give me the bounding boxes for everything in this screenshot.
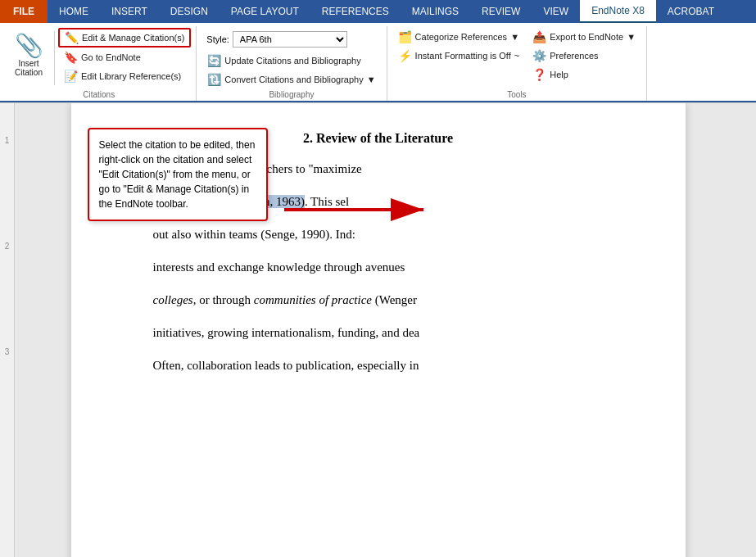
tab-acrobat[interactable]: ACROBAT	[656, 0, 726, 23]
help-label: Help	[550, 70, 568, 79]
preferences-button[interactable]: ⚙️ Preferences	[527, 47, 641, 65]
tab-mailings[interactable]: MAILINGS	[401, 0, 470, 23]
tab-references[interactable]: REFERENCES	[310, 0, 401, 23]
tab-design[interactable]: DESIGN	[159, 0, 220, 23]
doc-para-7: Often, collaboration leads to publicatio…	[120, 355, 636, 375]
citations-group-label: Citations	[7, 88, 191, 101]
instant-formatting-icon: ⚡	[398, 49, 412, 62]
instant-formatting-label: Instant Formatting is Off	[415, 51, 511, 61]
ruler-left: 1 2 3	[0, 103, 15, 557]
convert-arrow: ▼	[367, 75, 376, 84]
italic-colleges: colleges	[153, 293, 193, 306]
style-area: Style: APA 6th	[201, 28, 381, 51]
doc-para-4: interests and exchange knowledge through…	[120, 257, 636, 277]
convert-citations-button[interactable]: 🔃 Convert Citations and Bibliography ▼	[201, 70, 381, 88]
export-icon: 📤	[532, 30, 546, 43]
style-select[interactable]: APA 6th	[233, 31, 347, 48]
go-to-endnote-icon: 🔖	[64, 51, 78, 64]
edit-manage-label: Edit & Manage Citation(s)	[82, 33, 184, 43]
go-to-endnote-label: Go to EndNote	[81, 52, 141, 62]
callout-text: Select the citation to be edited, then r…	[99, 139, 256, 210]
preferences-icon: ⚙️	[532, 49, 546, 62]
instant-formatting-button[interactable]: ⚡ Instant Formatting is Off ~	[392, 47, 526, 65]
insert-citation-label: Insert Citation	[15, 59, 43, 77]
edit-library-label: Edit Library Reference(s)	[81, 71, 181, 81]
red-arrow	[276, 185, 440, 237]
ribbon-content: 📎 Insert Citation ✏️ Edit & Manage Citat…	[0, 23, 756, 102]
tab-review[interactable]: REVIEW	[470, 0, 532, 23]
tools-group-label: Tools	[392, 88, 641, 101]
update-citations-icon: 🔄	[207, 54, 221, 67]
tab-insert[interactable]: INSERT	[100, 0, 159, 23]
edit-manage-button[interactable]: ✏️ Edit & Manage Citation(s)	[58, 28, 191, 48]
callout-box: Select the citation to be edited, then r…	[88, 128, 268, 221]
insert-citation-icon: 📎	[15, 32, 43, 59]
edit-library-button[interactable]: 📝 Edit Library Reference(s)	[58, 67, 191, 85]
ruler-mark-2: 2	[5, 242, 10, 251]
tools-group-content: 🗂️ Categorize References ▼ ⚡ Instant For…	[392, 28, 641, 88]
bibliography-group: Style: APA 6th 🔄 Update Citations and Bi…	[197, 26, 387, 101]
categorize-arrow: ▼	[510, 32, 519, 42]
edit-manage-icon: ✏️	[65, 31, 79, 44]
tab-page-layout[interactable]: PAGE LAYOUT	[220, 0, 310, 23]
update-citations-label: Update Citations and Bibliography	[224, 56, 360, 66]
categorize-label: Categorize References	[415, 32, 508, 42]
document-area: 1 2 3 Select the citation to be edited, …	[0, 103, 756, 557]
ruler-mark-3: 3	[5, 347, 10, 356]
help-button[interactable]: ❓ Help	[527, 66, 641, 84]
tab-bar: FILE HOME INSERT DESIGN PAGE LAYOUT REFE…	[0, 0, 756, 23]
tab-home[interactable]: HOME	[48, 0, 100, 23]
convert-label: Convert Citations and Bibliography	[224, 75, 363, 84]
style-label: Style:	[206, 34, 229, 44]
tab-endnote[interactable]: EndNote X8	[580, 0, 656, 23]
categorize-icon: 🗂️	[398, 30, 412, 43]
edit-library-icon: 📝	[64, 70, 78, 83]
tools-col-right: 📤 Export to EndNote ▼ ⚙️ Preferences ❓ H…	[527, 28, 641, 84]
tools-group: 🗂️ Categorize References ▼ ⚡ Instant For…	[387, 26, 647, 101]
instant-arrow: ~	[514, 51, 519, 61]
italic-communities: communities of practice	[254, 293, 372, 306]
convert-icon: 🔃	[207, 73, 221, 86]
update-citations-button[interactable]: 🔄 Update Citations and Bibliography	[201, 52, 381, 70]
tab-file[interactable]: FILE	[0, 0, 48, 23]
tools-col-left: 🗂️ Categorize References ▼ ⚡ Instant For…	[392, 28, 526, 69]
citations-group-content: 📎 Insert Citation ✏️ Edit & Manage Citat…	[7, 28, 191, 88]
citations-group: 📎 Insert Citation ✏️ Edit & Manage Citat…	[2, 26, 197, 101]
go-to-endnote-button[interactable]: 🔖 Go to EndNote	[58, 48, 191, 66]
bibliography-col: Style: APA 6th 🔄 Update Citations and Bi…	[201, 28, 381, 88]
citations-col: ✏️ Edit & Manage Citation(s) 🔖 Go to End…	[58, 28, 191, 85]
insert-citation-button[interactable]: 📎 Insert Citation	[7, 28, 51, 81]
export-arrow: ▼	[627, 32, 636, 42]
doc-para-5: colleges, or through communities of prac…	[120, 290, 636, 310]
document-page: Select the citation to be edited, then r…	[71, 103, 686, 557]
doc-para-6: initiatives, growing internationalism, f…	[120, 323, 636, 342]
export-label: Export to EndNote	[550, 32, 623, 42]
export-endnote-button[interactable]: 📤 Export to EndNote ▼	[527, 28, 641, 46]
preferences-label: Preferences	[550, 51, 598, 61]
categorize-button[interactable]: 🗂️ Categorize References ▼	[392, 28, 526, 46]
bibliography-group-label: Bibliography	[201, 88, 381, 101]
ruler-mark-1: 1	[5, 136, 10, 145]
help-icon: ❓	[532, 68, 546, 81]
bibliography-group-content: Style: APA 6th 🔄 Update Citations and Bi…	[201, 28, 381, 88]
tab-view[interactable]: VIEW	[532, 0, 580, 23]
